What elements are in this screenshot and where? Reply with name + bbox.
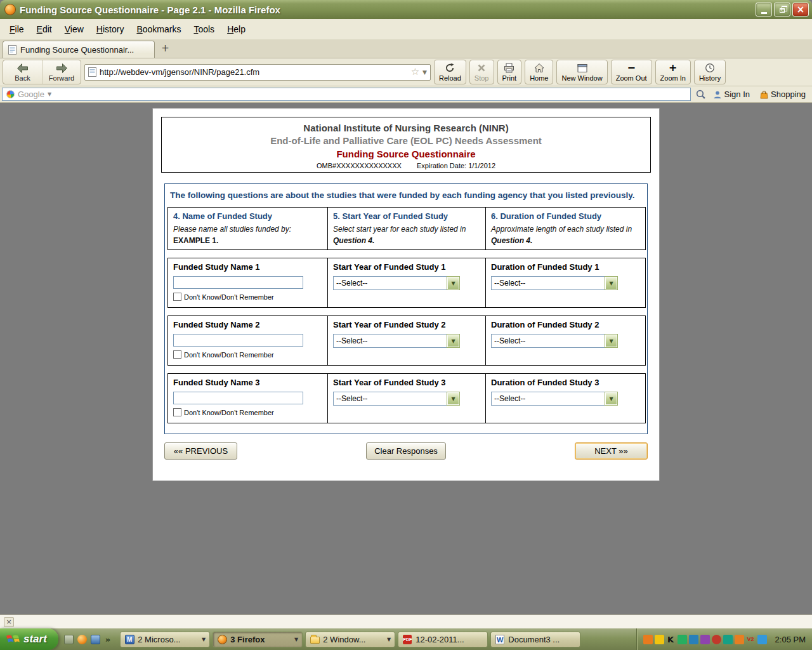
task-firefox-group[interactable]: 3 Firefox ▼ [213, 632, 303, 647]
quick-launch-icon-1[interactable] [64, 635, 74, 644]
tray-icon-9[interactable] [735, 635, 744, 644]
forward-arrow-icon [56, 63, 68, 74]
chevron-down-icon[interactable]: ▼ [447, 392, 459, 405]
close-button[interactable]: × [792, 3, 809, 17]
reload-button[interactable]: Reload [434, 60, 466, 84]
restore-icon [780, 8, 785, 13]
minimize-button[interactable] [756, 3, 772, 17]
dont-know-label-2: Don't Know/Don't Remember [184, 351, 274, 359]
start-year-select-1[interactable]: --Select-- ▼ [333, 276, 460, 290]
group-dropdown-icon: ▼ [202, 637, 206, 642]
funded-study-name-input-2[interactable] [173, 334, 303, 347]
sign-in-link[interactable]: Sign In [713, 90, 750, 99]
tray-icon-10[interactable]: V2 [746, 635, 756, 644]
zoom-in-button[interactable]: + Zoom In [655, 60, 691, 84]
menu-view[interactable]: View [59, 21, 89, 37]
task-pdf-document[interactable]: PDF 12-02-2011... [398, 632, 488, 647]
tray-icon-5[interactable] [689, 635, 698, 644]
task-windows-explorer-group[interactable]: 2 Window... ▼ [305, 632, 395, 647]
back-label: Back [15, 74, 30, 82]
search-icon[interactable] [695, 89, 706, 100]
tray-icon-8[interactable] [723, 635, 733, 644]
word-document-icon: W [495, 635, 504, 644]
expiration-date: Expiration Date: 1/1/2012 [417, 162, 495, 169]
funded-study-name-input-3[interactable] [173, 392, 303, 404]
navigation-toolbar: Back Forward http://webdev-vm/jgensor/NI… [0, 58, 812, 86]
task-microsoft-group[interactable]: M 2 Microso... ▼ [120, 632, 210, 647]
tray-icon-4[interactable] [678, 635, 687, 644]
office-icon: M [125, 635, 134, 644]
start-year-label-2: Start Year of Funded Study 2 [333, 320, 480, 329]
chevron-down-icon[interactable]: ▼ [447, 277, 459, 289]
dont-know-checkbox-2[interactable] [173, 350, 181, 359]
quick-launch-icon-3[interactable] [91, 635, 100, 644]
menu-bookmarks[interactable]: Bookmarks [131, 21, 187, 37]
funded-study-name-input-1[interactable] [173, 276, 303, 289]
questionnaire-body: The following questions are about the st… [164, 183, 648, 434]
duration-select-1[interactable]: --Select-- ▼ [491, 276, 618, 290]
dont-know-label-1: Don't Know/Don't Remember [184, 293, 274, 301]
stop-button[interactable]: Stop [469, 60, 494, 84]
task-word-document[interactable]: W Document3 ... [490, 632, 580, 647]
tray-icon-2[interactable] [655, 635, 664, 644]
duration-select-2[interactable]: --Select-- ▼ [491, 334, 618, 348]
google-search-input[interactable]: Google ▼ [2, 88, 691, 101]
dont-know-checkbox-3[interactable] [173, 408, 181, 416]
tray-icon-7[interactable] [712, 635, 721, 644]
find-bar-close-icon[interactable]: × [4, 617, 14, 627]
chevron-down-icon[interactable]: ▼ [605, 277, 617, 289]
start-year-select-2[interactable]: --Select-- ▼ [333, 334, 460, 348]
dont-know-checkbox-1[interactable] [173, 293, 181, 301]
menu-history[interactable]: History [91, 21, 130, 37]
shopping-link[interactable]: Shopping [760, 90, 806, 99]
tray-icon-3[interactable]: K [666, 635, 676, 644]
previous-button[interactable]: «« PREVIOUS [164, 442, 237, 460]
search-dropdown-icon[interactable]: ▼ [48, 91, 51, 97]
header-questionnaire-name: Funding Source Questionnaire [162, 147, 650, 161]
chevron-down-icon[interactable]: ▼ [605, 335, 617, 347]
back-button[interactable]: Back [3, 60, 42, 84]
clear-responses-button[interactable]: Clear Responses [366, 442, 446, 460]
quick-launch-overflow-chevron[interactable]: » [104, 635, 110, 644]
print-button[interactable]: Print [497, 60, 522, 84]
history-button[interactable]: History [694, 60, 726, 84]
tab-funding-source-questionnaire[interactable]: Funding Source Questionnair... [3, 41, 155, 58]
url-bar[interactable]: http://webdev-vm/jgensor/NINR/page21.cfm… [84, 64, 431, 81]
menu-tools[interactable]: Tools [188, 21, 220, 37]
next-button[interactable]: NEXT »» [575, 442, 648, 460]
header-subtitle: End-of-Life and Palliative Care (EOL PC)… [162, 135, 650, 147]
bookmark-star-icon[interactable]: ☆ [411, 67, 419, 77]
quick-launch-firefox-icon[interactable] [77, 635, 87, 644]
duration-select-3[interactable]: --Select-- ▼ [491, 392, 618, 406]
menu-edit[interactable]: Edit [31, 21, 58, 37]
dont-know-label-3: Don't Know/Don't Remember [184, 409, 274, 416]
tray-icon-1[interactable] [643, 635, 653, 644]
forward-button[interactable]: Forward [42, 60, 81, 84]
menu-file[interactable]: File [4, 21, 30, 37]
tray-icon-11[interactable] [757, 635, 767, 644]
forward-label: Forward [49, 74, 74, 82]
chevron-down-icon[interactable]: ▼ [605, 392, 617, 405]
question-6-title: 6. Duration of Funded Study [491, 211, 640, 221]
sign-in-icon [713, 90, 722, 99]
home-button[interactable]: Home [525, 60, 553, 84]
select-arrow-glyph: ▼ [609, 396, 613, 402]
start-label: start [23, 633, 47, 646]
intro-text: The following questions are about the st… [167, 187, 645, 207]
new-tab-button[interactable]: + [157, 43, 174, 56]
omb-number: OMB#XXXXXXXXXXXXXX [317, 162, 402, 169]
start-year-select-3[interactable]: --Select-- ▼ [333, 392, 460, 406]
url-text: http://webdev-vm/jgensor/NINR/page21.cfm [100, 67, 408, 77]
menu-help[interactable]: Help [221, 21, 251, 37]
zoom-out-button[interactable]: − Zoom Out [611, 60, 652, 84]
url-dropdown-icon[interactable]: ▼ [422, 69, 427, 76]
google-logo-icon [6, 90, 15, 98]
tab-bar: Funding Source Questionnair... + [0, 39, 812, 58]
start-button[interactable]: start [0, 628, 58, 650]
page-icon [88, 67, 96, 77]
chevron-down-icon[interactable]: ▼ [447, 335, 459, 347]
duration-label-3: Duration of Funded Study 3 [491, 378, 640, 387]
tray-icon-6[interactable] [700, 635, 710, 644]
restore-button[interactable] [774, 3, 790, 17]
new-window-button[interactable]: New Window [556, 60, 607, 84]
